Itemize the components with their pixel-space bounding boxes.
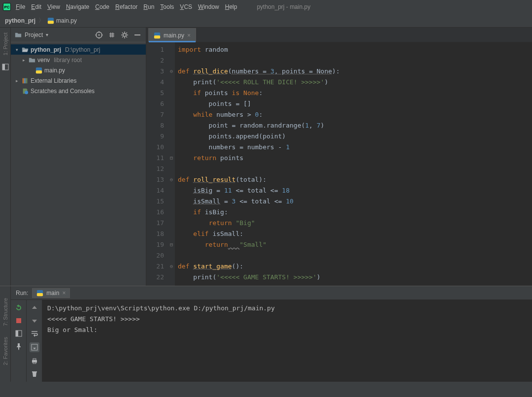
tool-structure-label[interactable]: 7: Structure — [2, 296, 8, 328]
folder-icon — [29, 57, 35, 64]
menu-edit[interactable]: Edit — [28, 2, 44, 11]
scroll-up-button[interactable] — [31, 304, 38, 312]
run-panel: 7: Structure 2: Favorites Run: main × — [0, 286, 532, 382]
soft-wrap-button[interactable] — [31, 330, 38, 337]
tree-row-scratches[interactable]: ▸ Scratches and Consoles — [11, 86, 146, 96]
crumb-file[interactable]: main.py — [56, 17, 77, 24]
project-tree: python_prj D:\python_prj venv library ro… — [11, 42, 146, 98]
python-file-icon — [35, 67, 42, 74]
library-icon — [22, 77, 29, 84]
editor-tab-mainpy[interactable]: main.py × — [148, 28, 196, 42]
layout-icon[interactable] — [1, 63, 9, 71]
scroll-down-button[interactable] — [31, 317, 38, 325]
project-title[interactable]: Project — [25, 32, 43, 38]
stop-button[interactable] — [15, 317, 23, 325]
folder-open-icon — [22, 46, 29, 53]
menu-file[interactable]: File — [13, 2, 28, 11]
python-file-icon — [47, 17, 54, 24]
bottom-left-tool-strip: 7: Structure 2: Favorites — [0, 286, 11, 382]
close-icon[interactable]: × — [62, 290, 66, 297]
tree-row-root[interactable]: python_prj D:\python_prj — [11, 44, 146, 55]
tree-row-mainpy[interactable]: ▸ main.py — [11, 65, 146, 75]
menu-vcs[interactable]: VCS — [177, 2, 195, 11]
tree-venv-hint: library root — [54, 57, 82, 64]
run-toolbar-right — [27, 300, 42, 382]
app-icon: PC — [3, 3, 11, 11]
editor-pane: main.py × 123456789101112131415161718192… — [146, 28, 532, 286]
settings-button[interactable] — [120, 31, 129, 39]
clear-button[interactable] — [31, 370, 38, 378]
run-body: D:\python_prj\venv\Scripts\python.exe D:… — [11, 300, 532, 382]
line-gutter: 12345678910111213141516171819202122 — [146, 42, 168, 286]
crumb-sep: 〉 — [38, 16, 44, 25]
run-tab-label: main — [46, 290, 59, 297]
print-button[interactable] — [31, 357, 38, 365]
locate-button[interactable] — [95, 31, 103, 39]
menu-view[interactable]: View — [44, 2, 63, 11]
collapse-all-button[interactable] — [107, 31, 116, 39]
tree-venv-name: venv — [37, 57, 50, 64]
console-output[interactable]: D:\python_prj\venv\Scripts\python.exe D:… — [42, 300, 532, 382]
project-pane: Project ▾ python_prj D:\python_prj venv — [11, 28, 146, 286]
menubar: PC FileEditViewNavigateCodeRefactorRunTo… — [0, 0, 532, 14]
tool-favorites-label[interactable]: 2: Favorites — [2, 335, 8, 367]
run-header: Run: main × — [11, 286, 532, 300]
hide-button[interactable] — [133, 31, 142, 39]
menu-run[interactable]: Run — [140, 2, 157, 11]
breadcrumb: python_prj 〉 main.py — [0, 14, 532, 28]
folder-icon — [15, 32, 22, 38]
editor-tabbar: main.py × — [146, 28, 532, 42]
run-tab-main[interactable]: main × — [32, 288, 70, 298]
scroll-to-end-button[interactable] — [30, 342, 39, 352]
scratch-icon — [22, 88, 29, 95]
run-pane: Run: main × D:\python_prj\v — [11, 286, 532, 382]
project-header: Project ▾ — [11, 28, 146, 42]
tree-extlib-name: External Libraries — [31, 77, 76, 84]
rerun-button[interactable] — [15, 304, 23, 312]
menu-help[interactable]: Help — [222, 2, 240, 11]
tree-scratches-name: Scratches and Consoles — [31, 88, 95, 95]
fold-column[interactable]: ⊖⊟⊖⊟⊖ — [168, 42, 175, 286]
main-area: 1: Project Project ▾ python_prj D:\pytho — [0, 28, 532, 286]
tree-row-extlib[interactable]: External Libraries — [11, 75, 146, 86]
menu-window[interactable]: Window — [195, 2, 222, 11]
pin-button[interactable] — [15, 342, 23, 350]
tree-row-venv[interactable]: venv library root — [11, 55, 146, 65]
menu-tools[interactable]: Tools — [157, 2, 177, 11]
tree-root-path: D:\python_prj — [65, 46, 100, 53]
menu-refactor[interactable]: Refactor — [112, 2, 140, 11]
chevron-down-icon[interactable]: ▾ — [46, 32, 48, 37]
menu-navigate[interactable]: Navigate — [63, 2, 92, 11]
code-area[interactable]: import randomdef roll_dice(numbers = 3, … — [175, 42, 532, 286]
crumb-project[interactable]: python_prj — [5, 17, 35, 24]
python-file-icon — [154, 32, 161, 39]
left-tool-strip: 1: Project — [0, 28, 11, 286]
editor-tab-label: main.py — [164, 32, 184, 39]
menu-code[interactable]: Code — [92, 2, 112, 11]
layout-button[interactable] — [15, 330, 23, 337]
run-label: Run: — [16, 290, 28, 297]
tree-file-name: main.py — [44, 67, 65, 74]
close-icon[interactable]: × — [187, 32, 191, 39]
tool-project-label[interactable]: 1: Project — [2, 31, 8, 57]
tree-root-name: python_prj — [31, 46, 61, 53]
window-title: python_prj - main.py — [257, 3, 310, 10]
run-toolbar-left — [11, 300, 27, 382]
python-file-icon — [36, 290, 43, 297]
editor-body[interactable]: 12345678910111213141516171819202122 ⊖⊟⊖⊟… — [146, 42, 532, 286]
